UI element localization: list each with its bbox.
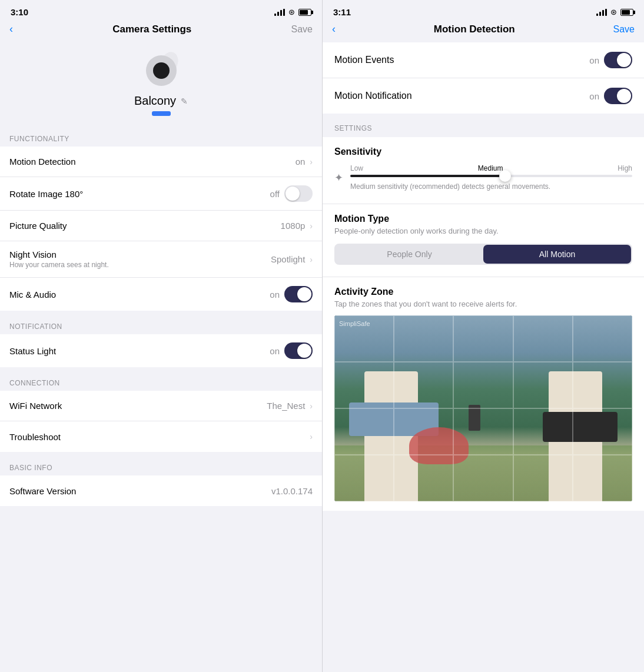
feed-cell[interactable] bbox=[513, 408, 573, 455]
feed-cell[interactable] bbox=[394, 315, 453, 362]
mic-audio-item[interactable]: Mic & Audio on bbox=[0, 278, 322, 311]
right-wifi-icon: ⊛ bbox=[610, 8, 617, 16]
feed-cell[interactable] bbox=[513, 362, 573, 408]
battery-icon bbox=[298, 9, 311, 16]
motion-type-container: Motion Type People-only detection only w… bbox=[323, 204, 644, 277]
motion-notification-item: Motion Notification on bbox=[323, 78, 644, 114]
rotate-image-right: off bbox=[270, 185, 313, 202]
motion-scroll-content: Motion Events on Motion Notification on bbox=[323, 42, 644, 672]
basic-info-section-header: BASIC INFO bbox=[0, 452, 322, 475]
feed-cell[interactable] bbox=[394, 408, 453, 455]
status-light-value: on bbox=[270, 346, 280, 356]
mic-audio-toggle-knob bbox=[297, 287, 311, 301]
wifi-chevron: › bbox=[310, 401, 313, 411]
feed-background: SimpliSafe bbox=[334, 315, 632, 501]
left-save-button[interactable]: Save bbox=[291, 24, 313, 35]
mic-audio-value: on bbox=[270, 290, 280, 300]
night-vision-sublabel: How your camera sees at night. bbox=[9, 261, 109, 269]
motion-notification-value: on bbox=[589, 91, 599, 101]
right-nav-title: Motion Detection bbox=[434, 24, 515, 35]
software-version-label: Software Version bbox=[9, 486, 76, 496]
feed-cell[interactable] bbox=[453, 408, 513, 455]
feed-cell[interactable] bbox=[394, 362, 453, 408]
status-light-item[interactable]: Status Light on bbox=[0, 334, 322, 367]
picture-quality-item[interactable]: Picture Quality 1080p › bbox=[0, 211, 322, 241]
motion-detection-item[interactable]: Motion Detection on › bbox=[0, 147, 322, 177]
picture-quality-chevron: › bbox=[310, 221, 313, 231]
wifi-item[interactable]: WiFi Network The_Nest › bbox=[0, 391, 322, 421]
night-vision-right: Spotlight › bbox=[271, 254, 313, 264]
feed-cell[interactable] bbox=[513, 455, 573, 501]
feed-cell[interactable] bbox=[334, 455, 394, 501]
left-back-button[interactable]: ‹ bbox=[9, 23, 13, 35]
night-vision-chevron: › bbox=[310, 255, 313, 264]
mic-audio-toggle[interactable] bbox=[284, 286, 313, 302]
feed-cell[interactable] bbox=[573, 315, 632, 362]
motion-notification-toggle[interactable] bbox=[604, 88, 632, 104]
feed-cell[interactable] bbox=[453, 362, 513, 408]
slider-track[interactable] bbox=[350, 175, 632, 177]
night-vision-label: Night Vision bbox=[9, 249, 109, 260]
status-light-toggle[interactable] bbox=[284, 342, 313, 359]
night-vision-item[interactable]: Night Vision How your camera sees at nig… bbox=[0, 241, 322, 278]
status-light-right: on bbox=[270, 342, 313, 359]
night-vision-left: Night Vision How your camera sees at nig… bbox=[9, 249, 109, 269]
feed-cell[interactable] bbox=[334, 408, 394, 455]
feed-cell[interactable] bbox=[513, 315, 573, 362]
edit-icon[interactable]: ✎ bbox=[181, 97, 188, 106]
right-save-button[interactable]: Save bbox=[613, 24, 635, 35]
software-version-item: Software Version v1.0.0.174 bbox=[0, 475, 322, 506]
feed-cell[interactable] bbox=[334, 362, 394, 408]
connection-section-header: CONNECTION bbox=[0, 367, 322, 391]
slider-label-low: Low bbox=[350, 164, 363, 172]
feed-cell[interactable] bbox=[453, 315, 513, 362]
slider-thumb[interactable] bbox=[499, 170, 511, 182]
segment-people-only[interactable]: People Only bbox=[336, 245, 483, 264]
left-status-time: 3:10 bbox=[11, 7, 28, 17]
right-battery-icon bbox=[620, 9, 633, 16]
rotate-image-item[interactable]: Rotate Image 180° off bbox=[0, 177, 322, 211]
troubleshoot-label: Troubleshoot bbox=[9, 432, 61, 442]
mic-audio-right: on bbox=[270, 286, 313, 302]
motion-detection-right: on › bbox=[296, 157, 313, 167]
right-back-button[interactable]: ‹ bbox=[332, 23, 336, 35]
motion-toggle-group: Motion Events on Motion Notification on bbox=[323, 42, 644, 114]
camera-feed[interactable]: SimpliSafe bbox=[334, 315, 632, 501]
right-status-icons: ⊛ bbox=[596, 8, 633, 16]
connection-group: WiFi Network The_Nest › Troubleshoot › bbox=[0, 391, 322, 452]
motion-events-label: Motion Events bbox=[334, 55, 394, 65]
mic-audio-label: Mic & Audio bbox=[9, 290, 56, 300]
feed-cell[interactable] bbox=[573, 455, 632, 501]
slider-fill bbox=[350, 175, 505, 177]
activity-zone-desc: Tap the zones that you don't want to rec… bbox=[334, 300, 632, 308]
feed-cell[interactable] bbox=[453, 455, 513, 501]
troubleshoot-right: › bbox=[310, 432, 313, 441]
motion-notification-knob bbox=[617, 89, 631, 103]
feed-cell[interactable] bbox=[573, 362, 632, 408]
slider-container[interactable]: Low Medium High Medium sensitivity (reco… bbox=[350, 164, 632, 192]
wifi-left: WiFi Network bbox=[9, 401, 62, 411]
activity-zone-container: Activity Zone Tap the zones that you don… bbox=[323, 277, 644, 511]
segment-all-motion[interactable]: All Motion bbox=[483, 245, 631, 264]
motion-detection-chevron: › bbox=[310, 157, 313, 167]
motion-events-toggle[interactable] bbox=[604, 52, 632, 68]
camera-body bbox=[146, 55, 177, 86]
functionality-group: Motion Detection on › Rotate Image 180° … bbox=[0, 147, 322, 311]
feed-cell[interactable] bbox=[573, 408, 632, 455]
slider-description: Medium sensitivity (recommended) detects… bbox=[350, 182, 632, 192]
camera-lens bbox=[153, 62, 170, 79]
slider-label-medium: Medium bbox=[478, 164, 503, 172]
picture-quality-right: 1080p › bbox=[281, 221, 313, 231]
motion-events-right: on bbox=[589, 52, 632, 68]
feed-cell[interactable] bbox=[394, 455, 453, 501]
right-signal-icon bbox=[596, 9, 607, 16]
troubleshoot-item[interactable]: Troubleshoot › bbox=[0, 421, 322, 452]
basic-info-group: Software Version v1.0.0.174 bbox=[0, 475, 322, 506]
rotate-image-toggle[interactable] bbox=[284, 185, 313, 202]
camera-indicator bbox=[152, 111, 171, 116]
motion-notification-label: Motion Notification bbox=[334, 91, 412, 101]
left-scroll-content: FUNCTIONALITY Motion Detection on › Rota… bbox=[0, 123, 322, 672]
feed-grid[interactable] bbox=[334, 315, 632, 501]
rotate-image-left: Rotate Image 180° bbox=[9, 189, 83, 199]
motion-type-desc: People-only detection only works during … bbox=[334, 227, 632, 235]
